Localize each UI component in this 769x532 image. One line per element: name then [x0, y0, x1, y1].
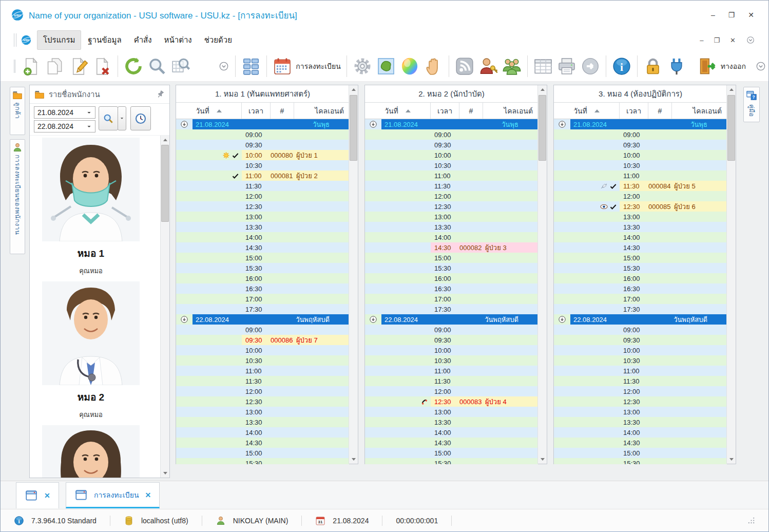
- mdi-close-button[interactable]: ✕: [730, 36, 736, 44]
- toolbar-button-refresh[interactable]: [122, 55, 145, 77]
- circle-arrow-icon[interactable]: [558, 120, 566, 128]
- time-slot-row[interactable]: 10:00: [365, 150, 538, 160]
- time-slot-row[interactable]: 12:30: [554, 396, 727, 407]
- time-slot-row[interactable]: 13:30: [176, 417, 349, 427]
- time-slot-row[interactable]: 10:30: [176, 160, 349, 170]
- time-slot-row[interactable]: 15:30: [554, 458, 727, 464]
- time-slot-row[interactable]: 17:00: [365, 294, 538, 304]
- sidebar-tab-clients[interactable]: ลูกค้า: [10, 87, 25, 135]
- time-slot-row[interactable]: 17:30: [365, 304, 538, 314]
- toolbar-button-info[interactable]: i: [610, 55, 633, 77]
- circle-arrow-icon[interactable]: [369, 120, 377, 128]
- toolbar-button-colors[interactable]: [398, 55, 421, 77]
- column-header-client[interactable]: ไคลเอนต์: [672, 103, 727, 119]
- time-slot-row[interactable]: 17:30: [554, 304, 727, 314]
- column-header-client[interactable]: ไคลเอนต์: [483, 103, 538, 119]
- time-slot-row[interactable]: 13:00: [554, 407, 727, 417]
- time-slot-row[interactable]: 16:30: [176, 283, 349, 294]
- close-button[interactable]: ✕: [748, 11, 754, 19]
- column-header-time[interactable]: เวลา: [620, 103, 648, 119]
- time-slot-row[interactable]: 15:00: [176, 253, 349, 263]
- time-slot-row[interactable]: 13:00: [365, 407, 538, 417]
- scroll-up-icon[interactable]: [538, 85, 547, 94]
- minimize-button[interactable]: –: [711, 11, 715, 19]
- menu-item-4[interactable]: หน้าต่าง: [159, 31, 198, 49]
- toolbar-button-map[interactable]: [374, 55, 398, 77]
- toolbar-overflow-button[interactable]: [753, 60, 768, 73]
- time-slot-row[interactable]: 13:30: [365, 417, 538, 427]
- time-slot-row[interactable]: 10:00: [554, 150, 727, 160]
- menu-overflow-button[interactable]: [746, 35, 755, 45]
- time-slot-row[interactable]: 15:30: [176, 458, 349, 464]
- time-slot-row[interactable]: 10:00: [365, 345, 538, 355]
- time-slot-row[interactable]: 09:00: [176, 129, 349, 140]
- toolbar-button-new-record[interactable]: [20, 55, 43, 77]
- time-slot-row[interactable]: 12:00: [365, 386, 538, 396]
- time-slot-row[interactable]: 15:00: [554, 448, 727, 458]
- mdi-minimize-button[interactable]: –: [700, 36, 703, 44]
- appointment-row[interactable]: 14:30000082ผู้ป่วย 3: [365, 242, 538, 253]
- appointment-row[interactable]: 10:00000080ผู้ป่วย 1: [176, 150, 349, 160]
- appointment-row[interactable]: 11:30000084ผู้ป่วย 5: [554, 181, 727, 191]
- time-slot-row[interactable]: 09:00: [554, 325, 727, 335]
- time-slot-row[interactable]: 09:00: [554, 129, 727, 140]
- doctor-card[interactable]: [30, 425, 152, 478]
- time-slot-row[interactable]: 14:00: [176, 427, 349, 438]
- scroll-up-icon[interactable]: [349, 85, 358, 94]
- column-header-num[interactable]: #: [459, 103, 483, 119]
- circle-arrow-icon[interactable]: [369, 315, 377, 324]
- time-slot-row[interactable]: 15:00: [365, 448, 538, 458]
- toolbar-button-settings[interactable]: [351, 55, 374, 77]
- toolbar-button-go[interactable]: [579, 55, 602, 77]
- time-slot-row[interactable]: 14:00: [365, 232, 538, 242]
- time-slot-row[interactable]: 12:30: [176, 201, 349, 212]
- column-header-date[interactable]: วันที่: [365, 103, 431, 119]
- schedule-scrollbar[interactable]: [726, 85, 736, 464]
- scrollbar-thumb[interactable]: [161, 145, 169, 222]
- appointment-row[interactable]: 11:00000081ผู้ป่วย 2: [176, 170, 349, 181]
- toolbar-button-plug[interactable]: [665, 55, 688, 77]
- toolbar-button-print[interactable]: [555, 55, 579, 77]
- mdi-restore-button[interactable]: ❐: [714, 36, 720, 44]
- appointment-row[interactable]: 12:30000085ผู้ป่วย 6: [554, 201, 727, 212]
- scrollbar-thumb[interactable]: [350, 95, 357, 161]
- time-slot-row[interactable]: 15:30: [365, 458, 538, 464]
- toolbar-button-users[interactable]: [500, 55, 524, 77]
- time-slot-row[interactable]: 12:00: [365, 191, 538, 201]
- toolbar-overflow-button[interactable]: [216, 60, 232, 73]
- date-row[interactable]: 22.08.2024วันพฤหัสบดี: [365, 314, 538, 325]
- time-slot-row[interactable]: 11:30: [176, 181, 349, 191]
- time-slot-row[interactable]: 11:00: [176, 366, 349, 376]
- clock-button[interactable]: [130, 106, 151, 130]
- appointment-row[interactable]: 12:30000083ผู้ป่วย 4: [365, 396, 538, 407]
- time-slot-row[interactable]: 14:30: [554, 438, 727, 448]
- scrollbar-thumb[interactable]: [539, 95, 546, 161]
- time-slot-row[interactable]: 12:00: [176, 191, 349, 201]
- toolbar-button-feed[interactable]: [453, 55, 476, 77]
- toolbar-button-user-key[interactable]: [476, 55, 500, 77]
- time-slot-row[interactable]: 09:30: [176, 140, 349, 150]
- toolbar-button-hand[interactable]: [421, 55, 445, 77]
- time-slot-row[interactable]: 13:00: [554, 212, 727, 222]
- date-row[interactable]: 21.08.2024วันพุธ: [365, 119, 538, 129]
- circle-arrow-icon[interactable]: [180, 315, 188, 324]
- menu-item-1[interactable]: โปรแกรม: [37, 30, 81, 50]
- date-row[interactable]: 21.08.2024วันพุธ: [176, 119, 349, 129]
- time-slot-row[interactable]: 12:00: [176, 386, 349, 396]
- search-options-button[interactable]: [118, 106, 126, 130]
- appointment-row[interactable]: 09:30000086ผู้ป่วย 7: [176, 335, 349, 345]
- date-to-field[interactable]: 22.08.2024: [34, 120, 95, 132]
- time-slot-row[interactable]: 17:00: [554, 294, 727, 304]
- time-slot-row[interactable]: 09:30: [365, 335, 538, 345]
- time-slot-row[interactable]: 11:30: [176, 376, 349, 386]
- mdi-tab-1[interactable]: ✕: [16, 482, 59, 508]
- toolbar-button-delete-record[interactable]: [90, 55, 114, 77]
- date-row[interactable]: 22.08.2024วันพฤหัสบดี: [176, 314, 349, 325]
- time-slot-row[interactable]: 16:00: [176, 273, 349, 283]
- time-slot-row[interactable]: 09:00: [365, 325, 538, 335]
- time-slot-row[interactable]: 14:00: [554, 427, 727, 438]
- scroll-down-icon[interactable]: [161, 469, 169, 478]
- doctor-card[interactable]: หมอ 2คุณหมอ: [30, 281, 152, 420]
- time-slot-row[interactable]: 12:30: [365, 201, 538, 212]
- time-slot-row[interactable]: 12:30: [176, 396, 349, 407]
